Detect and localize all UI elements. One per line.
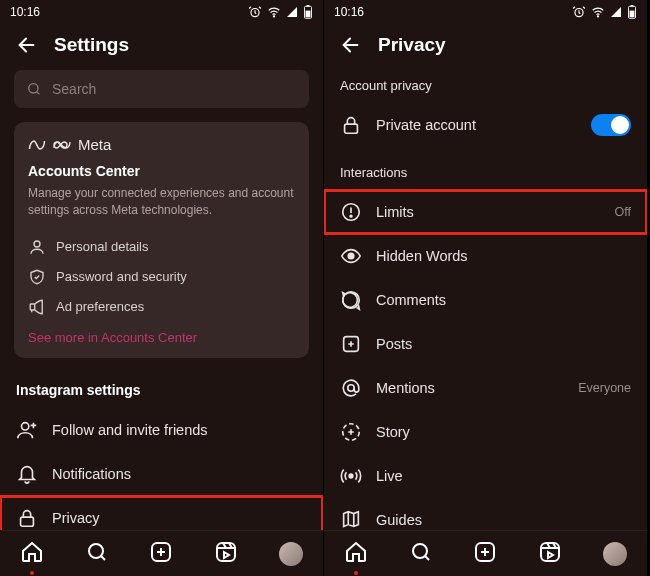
card-item-ads[interactable]: Ad preferences — [28, 292, 295, 322]
card-item-personal-details[interactable]: Personal details — [28, 232, 295, 262]
svg-point-12 — [89, 544, 103, 558]
header: Privacy — [324, 22, 647, 70]
menu-item-live[interactable]: Live — [324, 454, 647, 498]
meta-infinity-icon — [52, 138, 72, 152]
menu-label: Live — [376, 468, 403, 484]
privacy-screen: 10:16 Privacy Account privacy Private ac… — [324, 0, 648, 576]
menu-item-limits[interactable]: Limits Off — [324, 190, 647, 234]
back-arrow-icon[interactable] — [340, 34, 362, 56]
card-item-label: Personal details — [56, 239, 149, 254]
lock-icon — [16, 507, 38, 529]
menu-item-posts[interactable]: Posts — [324, 322, 647, 366]
svg-point-1 — [273, 16, 274, 17]
status-time: 10:16 — [334, 5, 364, 19]
nav-reels[interactable] — [538, 540, 562, 568]
alarm-icon — [572, 5, 586, 19]
meta-icon — [28, 139, 46, 151]
menu-label: Story — [376, 424, 410, 440]
reels-icon — [538, 540, 562, 564]
back-arrow-icon[interactable] — [16, 34, 38, 56]
menu-item-private-account[interactable]: Private account — [324, 103, 647, 147]
home-icon — [344, 540, 368, 564]
menu-item-hidden-words[interactable]: Hidden Words — [324, 234, 647, 278]
alert-circle-icon — [340, 201, 362, 223]
bottom-nav — [324, 530, 647, 576]
search-icon — [26, 81, 42, 97]
menu-label: Mentions — [376, 380, 435, 396]
svg-rect-19 — [630, 11, 635, 18]
nav-search[interactable] — [85, 540, 109, 568]
svg-rect-33 — [541, 543, 559, 561]
status-bar: 10:16 — [324, 0, 647, 22]
nav-search[interactable] — [409, 540, 433, 568]
interactions-menu: Limits Off Hidden Words Comments Posts M… — [324, 190, 647, 530]
megaphone-icon — [28, 298, 46, 316]
menu-item-notifications[interactable]: Notifications — [0, 452, 323, 496]
status-bar: 10:16 — [0, 0, 323, 22]
svg-rect-7 — [30, 304, 35, 310]
svg-rect-9 — [21, 517, 34, 526]
menu-item-mentions[interactable]: Mentions Everyone — [324, 366, 647, 410]
svg-point-5 — [29, 84, 38, 93]
menu-label: Notifications — [52, 466, 131, 482]
plus-square-icon — [340, 333, 362, 355]
status-icons — [248, 5, 313, 19]
section-account-privacy: Account privacy — [324, 70, 647, 103]
nav-create[interactable] — [149, 540, 173, 568]
nav-reels[interactable] — [214, 540, 238, 568]
nav-create[interactable] — [473, 540, 497, 568]
card-description: Manage your connected experiences and ac… — [28, 185, 295, 220]
svg-point-6 — [34, 241, 40, 247]
menu-item-guides[interactable]: Guides — [324, 498, 647, 530]
wifi-icon — [267, 5, 281, 19]
search-icon — [409, 540, 433, 564]
accounts-center-card[interactable]: Meta Accounts Center Manage your connect… — [14, 122, 309, 358]
status-time: 10:16 — [10, 5, 40, 19]
eye-hidden-icon — [340, 245, 362, 267]
nav-profile[interactable] — [279, 542, 303, 566]
nav-home[interactable] — [20, 540, 44, 568]
card-item-label: Password and security — [56, 269, 187, 284]
nav-indicator-dot — [354, 571, 358, 575]
menu-label: Guides — [376, 512, 422, 528]
battery-icon — [303, 5, 313, 19]
svg-point-23 — [348, 253, 354, 259]
menu-item-follow-invite[interactable]: Follow and invite friends — [0, 408, 323, 452]
private-account-toggle[interactable] — [591, 114, 631, 136]
search-box[interactable] — [14, 70, 309, 108]
page-title: Settings — [54, 34, 129, 56]
comment-icon — [340, 289, 362, 311]
alarm-icon — [248, 5, 262, 19]
nav-profile[interactable] — [603, 542, 627, 566]
menu-item-comments[interactable]: Comments — [324, 278, 647, 322]
lock-icon — [340, 114, 362, 136]
card-item-password[interactable]: Password and security — [28, 262, 295, 292]
search-input[interactable] — [52, 81, 297, 97]
battery-icon — [627, 5, 637, 19]
svg-point-26 — [348, 385, 354, 391]
menu-label: Privacy — [52, 510, 100, 526]
accounts-center-link[interactable]: See more in Accounts Center — [28, 330, 197, 345]
header: Settings — [0, 22, 323, 70]
home-icon — [20, 540, 44, 564]
svg-rect-18 — [631, 5, 634, 6]
menu-item-privacy[interactable]: Privacy — [0, 496, 323, 530]
signal-icon — [286, 6, 298, 18]
wifi-icon — [591, 5, 605, 19]
menu-label: Follow and invite friends — [52, 422, 208, 438]
menu-item-story[interactable]: Story — [324, 410, 647, 454]
person-plus-icon — [16, 419, 38, 441]
avatar — [279, 542, 303, 566]
guides-icon — [340, 509, 362, 530]
story-plus-icon — [340, 421, 362, 443]
nav-home[interactable] — [344, 540, 368, 568]
bottom-nav — [0, 530, 323, 576]
status-icons — [572, 5, 637, 19]
svg-rect-3 — [307, 5, 310, 6]
svg-point-28 — [349, 474, 353, 478]
menu-label: Limits — [376, 204, 414, 220]
card-title: Accounts Center — [28, 163, 295, 179]
svg-point-8 — [22, 422, 29, 429]
shield-check-icon — [28, 268, 46, 286]
reels-icon — [214, 540, 238, 564]
